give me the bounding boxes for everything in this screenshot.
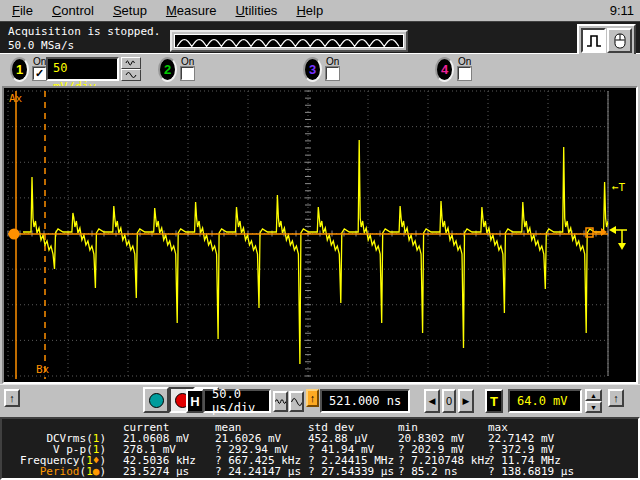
menu-item-control[interactable]: Control bbox=[52, 3, 94, 18]
left-triangle-icon: ◀ bbox=[429, 396, 436, 406]
trigger-level-up-button[interactable]: ▲ bbox=[585, 389, 602, 401]
channel-1-on-label: On bbox=[33, 57, 46, 67]
run-button[interactable] bbox=[143, 387, 169, 413]
overview-sine-icon bbox=[175, 35, 403, 49]
channel-2-group: 2On bbox=[158, 57, 194, 82]
menu-item-measure[interactable]: Measure bbox=[166, 3, 217, 18]
trigger-level-spinner: ▲ ▼ bbox=[585, 389, 602, 413]
mouse-mode-button[interactable] bbox=[607, 28, 632, 53]
menu-bar: FileControlSetupMeasureUtilitiesHelp 9:1… bbox=[0, 0, 640, 21]
channel-2-on-control: On bbox=[181, 57, 194, 80]
status-bar: Acquisition is stopped. 50.0 MSa/s bbox=[0, 21, 640, 54]
spin-down-icon: ▼ bbox=[590, 404, 597, 411]
zoom-in-time-button[interactable] bbox=[289, 391, 304, 412]
timebase-field[interactable]: 50.0 µs/div bbox=[203, 389, 271, 413]
waveform-display[interactable]: AxBx←T bbox=[2, 86, 638, 384]
spin-up-icon: ▲ bbox=[590, 392, 597, 399]
trigger-position-button[interactable]: ↑ bbox=[306, 389, 319, 407]
up-arrow-icon: ↑ bbox=[613, 392, 619, 404]
control-bar: ↑ H 50.0 µs/div ↑ 521.000 ns bbox=[0, 384, 640, 417]
zoom-out-time-button[interactable] bbox=[273, 391, 288, 412]
acquisition-mode-buttons bbox=[577, 24, 636, 57]
measurement-value: ? 85.2 ns bbox=[381, 466, 471, 477]
channel-4-on-checkbox[interactable] bbox=[458, 67, 471, 80]
oscilloscope-screen: FileControlSetupMeasureUtilitiesHelp 9:1… bbox=[0, 0, 640, 480]
right-triangle-icon: ▶ bbox=[463, 396, 470, 406]
measurement-value: ? 27.54339 µs bbox=[291, 466, 381, 477]
menu-item-help[interactable]: Help bbox=[296, 3, 323, 18]
pulse-icon bbox=[584, 31, 604, 51]
channel-1-group: 1On✓ bbox=[10, 57, 46, 82]
channel-2-on-checkbox[interactable] bbox=[181, 67, 194, 80]
channel-1-scale-spinner bbox=[121, 57, 141, 81]
channel-4-group: 4On bbox=[435, 57, 471, 82]
small-sine-icon bbox=[125, 59, 137, 67]
sample-rate: 50.0 MSa/s bbox=[8, 39, 74, 52]
measurement-value: 23.5274 µs bbox=[106, 466, 198, 477]
delay-field[interactable]: 521.000 ns bbox=[320, 389, 410, 413]
menu-items: FileControlSetupMeasureUtilitiesHelp bbox=[0, 3, 323, 18]
clock: 9:11 bbox=[610, 3, 640, 18]
channel-3-on-checkbox[interactable] bbox=[326, 67, 339, 80]
delay-right-button[interactable]: ▶ bbox=[458, 389, 474, 413]
orange-up-arrow-icon: ↑ bbox=[310, 392, 316, 404]
plot-canvas: AxBx←T bbox=[4, 88, 636, 382]
scale-down-button[interactable] bbox=[121, 69, 141, 81]
waveform-overview-trace bbox=[174, 34, 404, 48]
horizontal-settings-button[interactable]: H bbox=[186, 389, 204, 413]
menu-item-setup[interactable]: Setup bbox=[113, 3, 147, 18]
menu-item-file[interactable]: File bbox=[12, 3, 33, 18]
measurement-label: Period(1●) bbox=[2, 466, 106, 477]
channel-4-on-label: On bbox=[458, 57, 471, 67]
svg-text:Ax: Ax bbox=[9, 92, 23, 105]
measurements-panel: currentmeanstd devminmaxDCVrms(1)21.0608… bbox=[0, 417, 640, 480]
svg-text:←T: ←T bbox=[612, 181, 626, 194]
channel-2-on-label: On bbox=[181, 57, 194, 67]
run-icon bbox=[149, 393, 164, 408]
channel-bar: 1On✓50 mV/div2On3On4On bbox=[0, 54, 640, 86]
channel-1-button[interactable]: 1 bbox=[10, 57, 29, 82]
mouse-icon bbox=[610, 31, 630, 51]
small-sine-icon bbox=[275, 397, 286, 406]
channel-4-on-control: On bbox=[458, 57, 471, 80]
menu-item-utilities[interactable]: Utilities bbox=[235, 3, 277, 18]
channel-3-on-control: On bbox=[326, 57, 339, 80]
measurement-value: ? 138.6819 µs bbox=[471, 466, 638, 477]
acquisition-status: Acquisition is stopped. bbox=[8, 25, 160, 38]
trigger-settings-button[interactable]: T bbox=[485, 389, 503, 413]
trigger-level-field[interactable]: 64.0 mV bbox=[508, 389, 582, 413]
channel-4-button[interactable]: 4 bbox=[435, 57, 454, 82]
channel-3-group: 3On bbox=[303, 57, 339, 82]
pulse-mode-button[interactable] bbox=[581, 28, 606, 53]
right-expand-button[interactable]: ↑ bbox=[608, 389, 624, 407]
channel-1-scale-field[interactable]: 50 mV/div bbox=[46, 57, 119, 81]
channel-1-on-control: On✓ bbox=[33, 57, 46, 80]
large-sine-icon bbox=[291, 397, 302, 407]
left-expand-button[interactable]: ↑ bbox=[4, 389, 20, 407]
scale-up-button[interactable] bbox=[121, 57, 141, 69]
delay-left-button[interactable]: ◀ bbox=[424, 389, 440, 413]
measurement-row-period: Period(1●)23.5274 µs? 24.24147 µs? 27.54… bbox=[2, 466, 638, 477]
delay-zero-button[interactable]: 0 bbox=[442, 389, 456, 413]
measurement-value: ? 24.24147 µs bbox=[198, 466, 291, 477]
waveform-overview-bar[interactable] bbox=[170, 30, 408, 52]
channel-2-button[interactable]: 2 bbox=[158, 57, 177, 82]
channel-3-button[interactable]: 3 bbox=[303, 57, 322, 82]
svg-text:Bx: Bx bbox=[36, 363, 50, 376]
up-arrow-icon: ↑ bbox=[9, 392, 15, 404]
large-sine-icon bbox=[125, 71, 137, 79]
channel-1-on-checkbox[interactable]: ✓ bbox=[33, 67, 46, 80]
trigger-level-down-button[interactable]: ▼ bbox=[585, 401, 602, 413]
channel-3-on-label: On bbox=[326, 57, 339, 67]
